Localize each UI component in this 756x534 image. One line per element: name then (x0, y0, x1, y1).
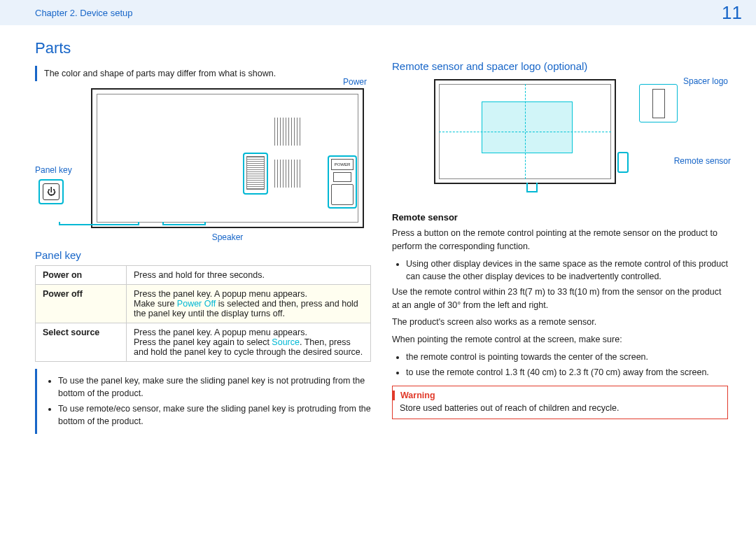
remote-sensor-label: Remote sensor (674, 156, 731, 166)
remote-sensor-heading: Remote sensor (392, 212, 728, 223)
rs-para-4: When pointing the remote control at the … (392, 333, 728, 346)
rear-diagram: POWER Power (91, 88, 364, 228)
select-source-text: Press the panel key. A popup menu appear… (127, 323, 371, 362)
sensor-zone (482, 101, 573, 153)
power-off-label: Power off (36, 285, 127, 323)
rs-para-2: Use the remote control within 23 ft(7 m)… (392, 286, 728, 312)
left-column: Parts The color and shape of parts may d… (35, 39, 371, 440)
page-header: Chapter 2. Device setup 11 (0, 0, 756, 25)
panel-key-heading: Panel key (35, 249, 371, 261)
power-on-label: Power on (36, 266, 127, 285)
power-highlight: POWER (328, 155, 357, 209)
parts-title: Parts (35, 39, 371, 57)
page-number: 11 (722, 2, 742, 24)
remote-sensor-icon (617, 152, 629, 173)
list-item: to use the remote control 1.3 ft (40 cm)… (406, 366, 728, 379)
panel-key-table: Power on Press and hold for three second… (35, 265, 371, 362)
list-item: To use remote/eco sensor, make sure the … (58, 402, 371, 428)
spacer-logo-label: Spacer logo (683, 76, 728, 86)
warning-title: Warning (393, 391, 435, 400)
power-on-text: Press and hold for three seconds. (127, 266, 371, 285)
spacer-logo-icon (639, 84, 678, 122)
remote-sensor-optional-heading: Remote sensor and spacer logo (optional) (392, 60, 728, 72)
panel-key-icon: ⏻ (38, 179, 64, 204)
content-area: Parts The color and shape of parts may d… (0, 25, 756, 454)
power-off-text: Press the panel key. A popup menu appear… (127, 285, 371, 323)
speaker-label: Speaker (91, 232, 364, 242)
list-item: To use the panel key, make sure the slid… (58, 374, 371, 400)
warning-text: Store used batteries out of reach of chi… (400, 403, 720, 413)
chapter-label: Chapter 2. Device setup (35, 8, 132, 18)
parts-note: The color and shape of parts may differ … (35, 66, 371, 81)
select-source-label: Select source (36, 323, 127, 362)
speaker-highlight (243, 153, 268, 195)
front-diagram (434, 79, 616, 184)
rs-para-1: Press a button on the remote control poi… (392, 227, 728, 253)
list-item: Using other display devices in the same … (406, 258, 728, 283)
right-column: Remote sensor and spacer logo (optional)… (392, 39, 728, 440)
table-row: Power off Press the panel key. A popup m… (36, 285, 371, 323)
list-item: the remote control is pointing towards t… (406, 351, 728, 363)
bottom-note: To use the panel key, make sure the slid… (35, 369, 371, 434)
rs-para-3: The product's screen also works as a rem… (392, 316, 728, 329)
warning-box: Warning Store used batteries out of reac… (392, 386, 728, 419)
power-label: Power (343, 77, 367, 87)
table-row: Select source Press the panel key. A pop… (36, 323, 371, 362)
panel-key-label: Panel key (35, 165, 72, 175)
table-row: Power on Press and hold for three second… (36, 266, 371, 285)
